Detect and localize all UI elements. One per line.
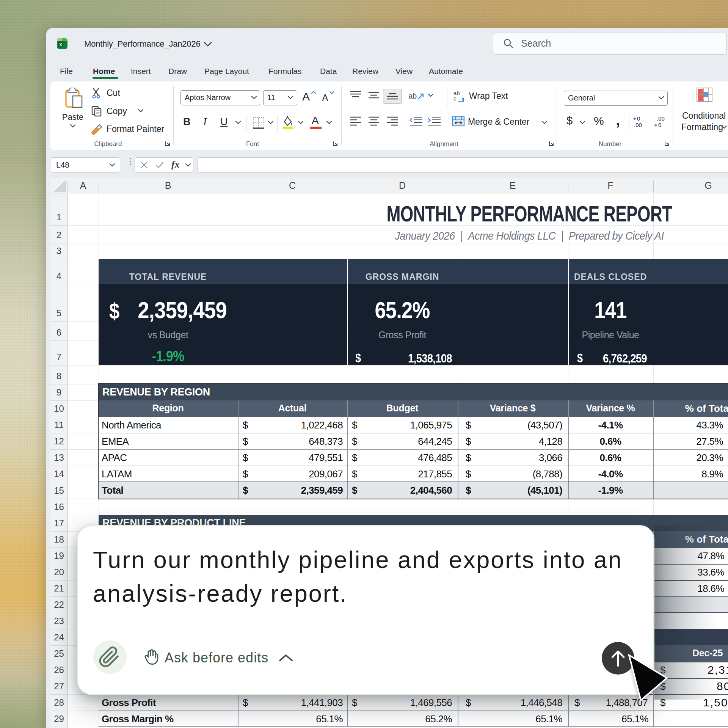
svg-text:0: 0 <box>658 122 661 128</box>
svg-text:.00: .00 <box>634 122 642 128</box>
svg-text:x: x <box>59 41 62 47</box>
svg-text:0: 0 <box>637 115 640 122</box>
svg-text:.00: .00 <box>657 115 665 122</box>
svg-text:c: c <box>453 95 457 102</box>
svg-text:ab: ab <box>408 92 417 100</box>
